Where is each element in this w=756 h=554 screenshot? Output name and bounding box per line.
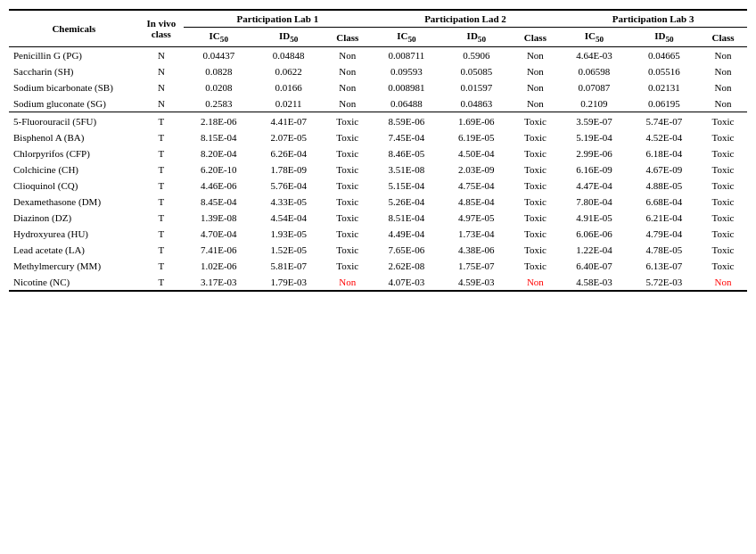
cell-invivo: T xyxy=(139,145,184,161)
cell-value: 3.51E-08 xyxy=(372,161,441,178)
col-header-chemicals: Chemicals xyxy=(9,10,139,47)
cell-value: 4.70E-04 xyxy=(184,226,253,242)
cell-value: 4.97E-05 xyxy=(441,210,511,226)
col-header-l2-class: Class xyxy=(512,28,560,47)
cell-chemical: Bisphenol A (BA) xyxy=(9,129,139,145)
cell-value: 4.75E-04 xyxy=(441,178,511,194)
cell-value: 4.46E-06 xyxy=(184,178,253,194)
cell-value: 5.72E-03 xyxy=(629,274,699,291)
col-header-l1-class: Class xyxy=(324,28,372,47)
cell-value: 4.67E-09 xyxy=(629,161,699,178)
cell-value: Non xyxy=(512,95,560,112)
cell-value: Non xyxy=(699,47,747,64)
cell-value: 2.07E-05 xyxy=(253,129,323,145)
col-header-l3-id50: ID50 xyxy=(629,28,699,47)
cell-value: Non xyxy=(699,63,747,79)
cell-value: 0.2583 xyxy=(184,95,253,112)
cell-invivo: T xyxy=(139,226,184,242)
data-table: Chemicals In vivoclass Participation Lab… xyxy=(9,9,747,292)
cell-value: 1.02E-06 xyxy=(184,258,253,274)
cell-value: Toxic xyxy=(324,242,372,258)
cell-value: Toxic xyxy=(699,210,747,226)
cell-value: 6.06E-06 xyxy=(559,226,629,242)
cell-value: 4.47E-04 xyxy=(559,178,629,194)
cell-value: 0.05085 xyxy=(441,63,511,79)
cell-value: 6.68E-04 xyxy=(629,194,699,210)
cell-value: 4.59E-03 xyxy=(441,274,511,291)
cell-value: 6.26E-04 xyxy=(253,145,323,161)
cell-value: Non xyxy=(512,47,560,64)
cell-value: Non xyxy=(699,274,747,291)
cell-value: 0.0211 xyxy=(253,95,323,112)
cell-value: Non xyxy=(699,95,747,112)
cell-value: 0.2109 xyxy=(559,95,629,112)
cell-value: 4.50E-04 xyxy=(441,145,511,161)
cell-value: 4.79E-04 xyxy=(629,226,699,242)
table-row: Penicillin G (PG)N0.044370.04848Non0.008… xyxy=(9,47,747,64)
cell-value: 4.88E-05 xyxy=(629,178,699,194)
cell-value: 0.02131 xyxy=(629,79,699,95)
cell-value: Toxic xyxy=(512,145,560,161)
cell-value: 5.19E-04 xyxy=(559,129,629,145)
cell-value: 8.15E-04 xyxy=(184,129,253,145)
col-header-lab2: Participation Lad 2 xyxy=(372,10,560,28)
cell-value: Toxic xyxy=(324,210,372,226)
table-row: Sodium bicarbonate (SB)N0.02080.0166Non0… xyxy=(9,79,747,95)
cell-invivo: T xyxy=(139,242,184,258)
cell-chemical: Sodium gluconate (SG) xyxy=(9,95,139,112)
cell-value: 0.0622 xyxy=(253,63,323,79)
col-header-l2-id50: ID50 xyxy=(441,28,511,47)
cell-value: Toxic xyxy=(699,145,747,161)
cell-value: 0.06195 xyxy=(629,95,699,112)
table-row: Nicotine (NC)T3.17E-031.79E-03Non4.07E-0… xyxy=(9,274,747,291)
cell-chemical: 5-Fluorouracil (5FU) xyxy=(9,112,139,130)
cell-value: Toxic xyxy=(512,129,560,145)
cell-value: Toxic xyxy=(324,194,372,210)
header-row-1: Chemicals In vivoclass Participation Lab… xyxy=(9,10,747,28)
table-row: Clioquinol (CQ)T4.46E-065.76E-04Toxic5.1… xyxy=(9,178,747,194)
cell-value: 7.45E-04 xyxy=(372,129,441,145)
cell-value: Toxic xyxy=(699,258,747,274)
cell-invivo: T xyxy=(139,129,184,145)
cell-value: 8.20E-04 xyxy=(184,145,253,161)
cell-value: Toxic xyxy=(699,226,747,242)
cell-value: 8.45E-04 xyxy=(184,194,253,210)
cell-value: 0.008981 xyxy=(372,79,441,95)
table-row: Dexamethasone (DM)T8.45E-044.33E-05Toxic… xyxy=(9,194,747,210)
cell-value: 8.46E-05 xyxy=(372,145,441,161)
cell-chemical: Nicotine (NC) xyxy=(9,274,139,291)
cell-value: Toxic xyxy=(699,194,747,210)
cell-value: 0.06488 xyxy=(372,95,441,112)
cell-invivo: T xyxy=(139,258,184,274)
cell-value: Toxic xyxy=(324,145,372,161)
cell-chemical: Colchicine (CH) xyxy=(9,161,139,178)
cell-value: Toxic xyxy=(699,161,747,178)
cell-value: Toxic xyxy=(699,178,747,194)
cell-value: 4.64E-03 xyxy=(559,47,629,64)
cell-value: Toxic xyxy=(699,242,747,258)
cell-value: 4.78E-05 xyxy=(629,242,699,258)
cell-value: 6.40E-07 xyxy=(559,258,629,274)
cell-value: 6.18E-04 xyxy=(629,145,699,161)
cell-value: 7.65E-06 xyxy=(372,242,441,258)
cell-value: 1.73E-04 xyxy=(441,226,511,242)
cell-value: Non xyxy=(324,79,372,95)
cell-value: 4.54E-04 xyxy=(253,210,323,226)
cell-value: 5.81E-07 xyxy=(253,258,323,274)
cell-value: 6.21E-04 xyxy=(629,210,699,226)
table-row: Colchicine (CH)T6.20E-101.78E-09Toxic3.5… xyxy=(9,161,747,178)
cell-value: 4.58E-03 xyxy=(559,274,629,291)
cell-chemical: Hydroxyurea (HU) xyxy=(9,226,139,242)
cell-value: Toxic xyxy=(512,258,560,274)
cell-value: 2.99E-06 xyxy=(559,145,629,161)
cell-invivo: N xyxy=(139,63,184,79)
cell-chemical: Methylmercury (MM) xyxy=(9,258,139,274)
cell-value: 4.49E-04 xyxy=(372,226,441,242)
cell-value: Non xyxy=(324,95,372,112)
table-row: Bisphenol A (BA)T8.15E-042.07E-05Toxic7.… xyxy=(9,129,747,145)
cell-invivo: T xyxy=(139,161,184,178)
cell-chemical: Sodium bicarbonate (SB) xyxy=(9,79,139,95)
cell-chemical: Saccharin (SH) xyxy=(9,63,139,79)
cell-value: 1.93E-05 xyxy=(253,226,323,242)
cell-value: 0.0208 xyxy=(184,79,253,95)
